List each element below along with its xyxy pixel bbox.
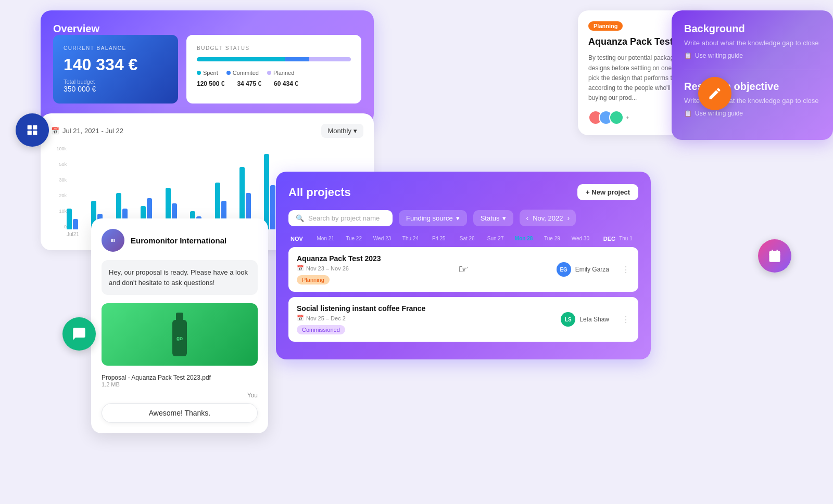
writing-guide-icon: 📋 bbox=[684, 52, 692, 59]
projects-card: All projects + New project 🔍 Search by p… bbox=[276, 172, 651, 359]
file-info: Proposal - Aquanza Pack Test 2023.pdf 1.… bbox=[102, 370, 258, 392]
budget-legend: Spent Commited Planned bbox=[197, 70, 351, 76]
message-attachment: go bbox=[102, 303, 258, 366]
nov-label: NOV bbox=[291, 236, 311, 242]
cal-day-dec1: Thu 1 bbox=[615, 236, 636, 242]
planning-avatars: + bbox=[588, 110, 629, 125]
project-row-2: Social listening instant coffee France 📅… bbox=[288, 297, 638, 342]
project-date-2: 📅 Nov 25 – Dec 2 bbox=[297, 315, 554, 321]
all-sources-button[interactable]: All sources ▾ bbox=[298, 35, 349, 49]
chevron-down-icon: ▾ bbox=[456, 214, 460, 222]
project-row-1: Aquanza Pack Test 2023 📅 Nov 23 – Nov 26… bbox=[288, 247, 638, 292]
assignee-avatar-2: LS bbox=[561, 312, 575, 327]
next-month-button[interactable]: › bbox=[567, 214, 570, 222]
current-balance-label: CURRENT BALANCE bbox=[64, 45, 168, 51]
planning-badge: Planning bbox=[588, 21, 623, 31]
chat-fab[interactable] bbox=[62, 317, 96, 351]
calendar-icon: 📅 bbox=[297, 265, 304, 272]
svg-rect-1 bbox=[33, 125, 37, 130]
calendar-header: NOV Mon 21 Tue 22 Wed 23 Thu 24 Fri 25 S… bbox=[288, 236, 638, 242]
svg-rect-0 bbox=[28, 125, 32, 130]
background-writing-guide[interactable]: 📋 Use writing guide bbox=[684, 52, 821, 59]
search-icon: 🔍 bbox=[296, 214, 304, 222]
total-budget-label: Total budget bbox=[64, 79, 168, 85]
search-box[interactable]: 🔍 Search by project name bbox=[288, 210, 393, 226]
cal-day-4: Thu 24 bbox=[396, 236, 424, 242]
planned-amount: 60 434 € bbox=[274, 80, 298, 87]
manage-budgets-button[interactable]: Manage budgets bbox=[233, 35, 294, 49]
bar-group-1 bbox=[67, 209, 90, 229]
chevron-down-icon: ▾ bbox=[354, 127, 357, 135]
svg-rect-3 bbox=[33, 131, 37, 135]
project-info-1: Aquanza Pack Test 2023 📅 Nov 23 – Nov 26… bbox=[297, 254, 550, 285]
message-bubble: Hey, our proposal is ready. Please have … bbox=[102, 260, 258, 295]
svg-rect-4 bbox=[769, 251, 780, 262]
project-tag-1: Planning bbox=[297, 275, 330, 285]
budget-bar bbox=[197, 57, 351, 61]
cal-day-3: Wed 23 bbox=[368, 236, 396, 242]
cal-day-5: Fri 25 bbox=[425, 236, 453, 242]
message-card: EI Euromonitor International Hey, our pr… bbox=[91, 218, 268, 433]
funding-source-filter[interactable]: Funding source ▾ bbox=[399, 210, 467, 226]
project-tag-2: Commissioned bbox=[297, 325, 345, 334]
calendar-icon: 📅 bbox=[297, 315, 304, 321]
committed-label: Commited bbox=[233, 70, 259, 76]
sender-name: Euromonitor International bbox=[131, 236, 226, 245]
project-date-1: 📅 Nov 23 – Nov 26 bbox=[297, 265, 550, 272]
new-project-button[interactable]: + New project bbox=[577, 184, 638, 200]
project-info-2: Social listening instant coffee France 📅… bbox=[297, 304, 554, 334]
overview-title: Overview bbox=[53, 23, 99, 34]
message-header: EI Euromonitor International bbox=[102, 229, 258, 252]
cal-day-9: Tue 29 bbox=[538, 236, 566, 242]
status-filter[interactable]: Status ▾ bbox=[473, 210, 514, 226]
chart-date-range: 📅 Jul 21, 2021 - Jul 22 bbox=[51, 127, 123, 135]
spent-label: Spent bbox=[203, 70, 218, 76]
upload-fab[interactable] bbox=[16, 113, 49, 147]
prev-month-button[interactable]: ‹ bbox=[526, 214, 528, 222]
committed-amount: 34 475 € bbox=[237, 80, 261, 87]
sender-avatar: EI bbox=[102, 229, 124, 252]
cal-day-today: Mon 28 bbox=[510, 236, 538, 242]
calendar-fab[interactable] bbox=[758, 239, 791, 273]
calendar-days: Mon 21 Tue 22 Wed 23 Thu 24 Fri 25 Sat 2… bbox=[311, 236, 595, 242]
reply-text: Awesome! Thanks. bbox=[102, 403, 258, 423]
spent-amount: 120 500 € bbox=[197, 80, 224, 87]
avatars-plus: + bbox=[626, 114, 629, 121]
cal-day-10: Wed 30 bbox=[566, 236, 595, 242]
calendar-icon: 📅 bbox=[51, 127, 59, 135]
background-description: Write about what the knowledge gap to cl… bbox=[684, 39, 821, 47]
projects-filters: 🔍 Search by project name Funding source … bbox=[288, 210, 638, 226]
projects-header: All projects + New project bbox=[288, 184, 638, 200]
file-name: Proposal - Aquanza Pack Test 2023.pdf bbox=[102, 374, 258, 381]
projects-title: All projects bbox=[288, 186, 351, 199]
assignee-avatar-1: EG bbox=[557, 262, 571, 277]
chevron-down-icon: ▾ bbox=[338, 38, 342, 46]
avatar-3 bbox=[609, 110, 624, 125]
planned-label: Planned bbox=[273, 70, 294, 76]
chart-x-label-start: Jul21 bbox=[67, 231, 79, 237]
attachment-image: go bbox=[102, 303, 258, 366]
project-more-icon-1[interactable]: ⋮ bbox=[622, 265, 630, 275]
balance-amount: 140 334 € bbox=[64, 55, 168, 74]
project-name-2: Social listening instant coffee France bbox=[297, 304, 554, 313]
background-research-card: Background Write about what the knowledg… bbox=[672, 10, 833, 140]
file-size: 1.2 MB bbox=[102, 381, 258, 387]
cal-day-2: Tue 22 bbox=[339, 236, 368, 242]
cal-day-6: Sat 26 bbox=[453, 236, 481, 242]
assignee-name-2: Leta Shaw bbox=[579, 316, 609, 323]
project-more-icon-2[interactable]: ⋮ bbox=[622, 315, 630, 325]
research-writing-guide[interactable]: 📋 Use writing guide bbox=[684, 110, 821, 117]
assignee-name-1: Emily Garza bbox=[575, 266, 609, 273]
overview-buttons: Manage budgets All sources ▾ bbox=[233, 35, 349, 49]
search-placeholder: Search by project name bbox=[308, 214, 380, 222]
total-budget-amount: 350 000 € bbox=[64, 85, 168, 93]
project-name-1: Aquanza Pack Test 2023 bbox=[297, 254, 550, 263]
project-assignee-2: LS Leta Shaw bbox=[561, 312, 609, 327]
cal-day-7: Sun 27 bbox=[481, 236, 509, 242]
edit-fab[interactable] bbox=[698, 77, 731, 110]
card-divider bbox=[684, 70, 821, 70]
balance-box: CURRENT BALANCE 140 334 € Total budget 3… bbox=[53, 35, 178, 104]
dec-label: DEC bbox=[595, 236, 615, 242]
monthly-button[interactable]: Monthly ▾ bbox=[321, 124, 363, 138]
reply-from: You bbox=[102, 392, 258, 399]
